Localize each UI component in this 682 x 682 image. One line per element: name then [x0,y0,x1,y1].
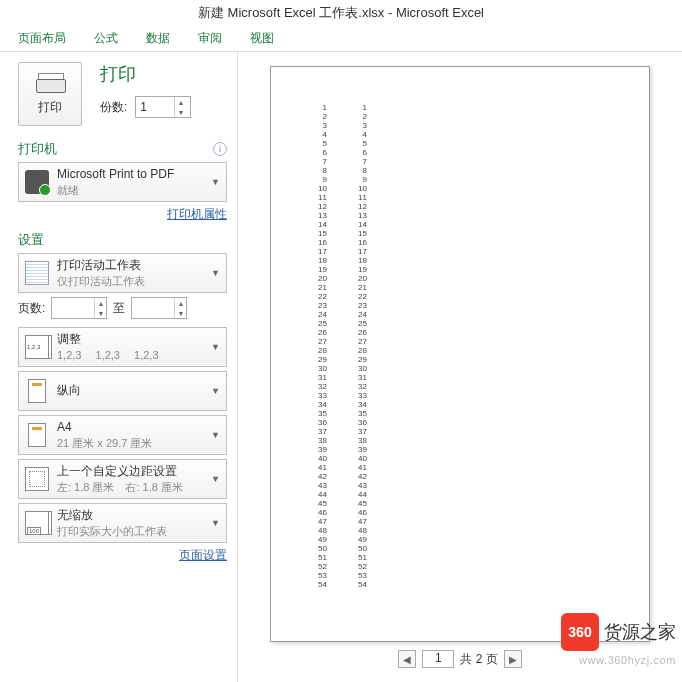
total-pages-label: 共 2 页 [460,651,497,668]
watermark: 360 货源之家 www.360hyzj.com [561,613,676,666]
tab-formulas[interactable]: 公式 [94,30,118,47]
paper-label: A4 [57,420,203,436]
print-settings-panel: 打印 打印 份数: 1 ▲▼ 打印机 i Microsoft Print to … [0,52,238,682]
window-title: 新建 Microsoft Excel 工作表.xlsx - Microsoft … [0,0,682,28]
settings-section-label: 设置 [18,231,44,249]
printer-dropdown[interactable]: Microsoft Print to PDF 就绪 ▼ [18,162,227,202]
printer-section-label: 打印机 [18,140,57,158]
printer-properties-link[interactable]: 打印机属性 [18,206,227,223]
tab-view[interactable]: 视图 [250,30,274,47]
paper-sublabel: 21 厘米 x 29.7 厘米 [57,436,203,450]
chevron-down-icon: ▼ [211,268,220,278]
orientation-label: 纵向 [57,383,203,399]
chevron-down-icon: ▼ [211,342,220,352]
print-preview-area: 1 2 3 4 5 6 7 8 9 10 11 12 13 14 15 16 1… [238,52,682,682]
chevron-down-icon: ▼ [211,518,220,528]
preview-column: 1 2 3 4 5 6 7 8 9 10 11 12 13 14 15 16 1… [311,103,327,589]
pages-to-spinner[interactable]: ▲▼ [174,298,186,318]
printer-icon [36,73,64,95]
paper-icon [28,423,46,447]
scaling-dropdown[interactable]: 无缩放 打印实际大小的工作表 ▼ [18,503,227,543]
chevron-down-icon: ▼ [211,177,220,187]
copies-spinner[interactable]: ▲▼ [174,97,186,117]
watermark-url: www.360hyzj.com [579,654,676,666]
collate-sublabel: 1,2,3 1,2,3 1,2,3 [57,348,203,362]
collate-dropdown[interactable]: 调整 1,2,3 1,2,3 1,2,3 ▼ [18,327,227,367]
printer-status: 就绪 [57,183,203,197]
scaling-icon [25,511,49,535]
print-button[interactable]: 打印 [18,62,82,126]
current-page-input[interactable]: 1 [422,650,454,668]
watermark-badge: 360 [561,613,599,651]
tab-data[interactable]: 数据 [146,30,170,47]
preview-column: 1 2 3 4 5 6 7 8 9 10 11 12 13 14 15 16 1… [351,103,367,589]
pages-to-label: 至 [113,300,125,317]
margins-icon [25,467,49,491]
ribbon-tabs: 页面布局 公式 数据 审阅 视图 [0,28,682,52]
portrait-icon [28,379,46,403]
scaling-label: 无缩放 [57,508,203,524]
chevron-down-icon: ▼ [211,474,220,484]
page-setup-link[interactable]: 页面设置 [18,547,227,564]
print-what-dropdown[interactable]: 打印活动工作表 仅打印活动工作表 ▼ [18,253,227,293]
margins-label: 上一个自定义边距设置 [57,464,203,480]
pages-from-spinner[interactable]: ▲▼ [94,298,106,318]
tab-review[interactable]: 审阅 [198,30,222,47]
watermark-text: 货源之家 [604,620,676,644]
scaling-sublabel: 打印实际大小的工作表 [57,524,203,538]
next-page-button[interactable]: ▶ [504,650,522,668]
info-icon[interactable]: i [213,142,227,156]
copies-input[interactable]: 1 ▲▼ [135,96,191,118]
tab-page-layout[interactable]: 页面布局 [18,30,66,47]
worksheet-icon [25,261,49,285]
orientation-dropdown[interactable]: 纵向 ▼ [18,371,227,411]
preview-page: 1 2 3 4 5 6 7 8 9 10 11 12 13 14 15 16 1… [270,66,650,642]
print-title: 打印 [100,62,227,86]
collate-icon [25,335,49,359]
chevron-down-icon: ▼ [211,386,220,396]
margins-sublabel: 左: 1.8 厘米 右: 1.8 厘米 [57,480,203,494]
margins-dropdown[interactable]: 上一个自定义边距设置 左: 1.8 厘米 右: 1.8 厘米 ▼ [18,459,227,499]
print-what-label: 打印活动工作表 [57,258,203,274]
copies-value: 1 [140,100,147,114]
printer-name: Microsoft Print to PDF [57,167,203,183]
chevron-down-icon: ▼ [211,430,220,440]
printer-device-icon [25,170,49,194]
pages-label: 页数: [18,300,45,317]
pages-from-input[interactable]: ▲▼ [51,297,107,319]
print-button-label: 打印 [38,99,62,116]
print-what-sublabel: 仅打印活动工作表 [57,274,203,288]
collate-label: 调整 [57,332,203,348]
paper-size-dropdown[interactable]: A4 21 厘米 x 29.7 厘米 ▼ [18,415,227,455]
pages-to-input[interactable]: ▲▼ [131,297,187,319]
prev-page-button[interactable]: ◀ [398,650,416,668]
copies-label: 份数: [100,99,127,116]
